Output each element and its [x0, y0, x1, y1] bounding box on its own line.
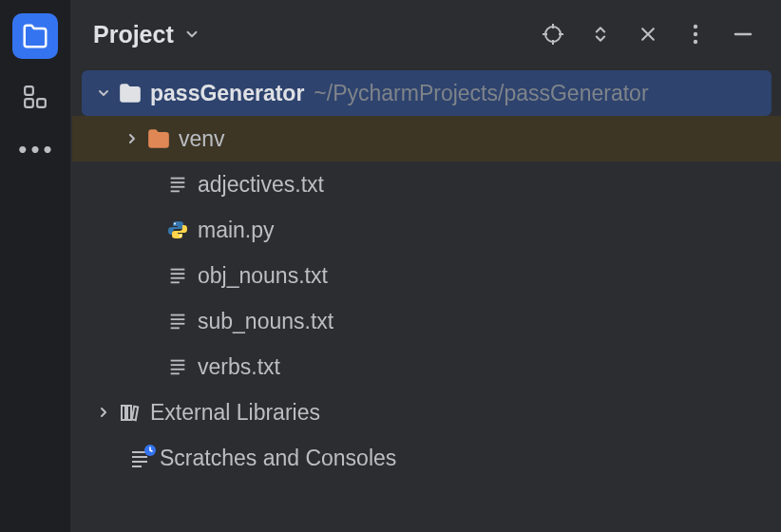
text-file-icon — [167, 311, 188, 332]
svg-point-10 — [694, 40, 697, 44]
svg-rect-1 — [25, 99, 33, 107]
svg-point-8 — [694, 25, 697, 28]
chevron-right-icon — [124, 131, 140, 146]
select-open-file-button[interactable] — [542, 23, 564, 46]
expand-arrow[interactable] — [124, 131, 141, 146]
tree-file[interactable]: obj_nouns.txt — [82, 253, 771, 298]
folder-label: venv — [179, 126, 225, 152]
tree-file[interactable]: sub_nouns.txt — [82, 298, 771, 344]
clock-badge-icon — [144, 445, 156, 456]
panel-title: Project — [93, 21, 174, 48]
folder-icon — [21, 22, 49, 50]
minimize-icon — [732, 23, 754, 46]
chevron-right-icon — [96, 405, 111, 420]
file-label: adjectives.txt — [198, 172, 324, 198]
tree-root-project[interactable]: passGenerator ~/PycharmProjects/passGene… — [82, 70, 771, 116]
svg-point-9 — [694, 32, 697, 36]
svg-rect-2 — [37, 99, 46, 107]
text-file-icon — [167, 356, 188, 377]
folder-icon — [118, 81, 143, 105]
structure-icon — [23, 85, 48, 109]
tree-folder-venv[interactable]: venv — [72, 116, 781, 162]
project-path: ~/PycharmProjects/passGenerator — [314, 81, 648, 106]
left-toolbar: ••• — [0, 0, 72, 532]
tree-file[interactable]: verbs.txt — [82, 344, 771, 390]
text-file-icon — [167, 174, 188, 195]
svg-point-16 — [174, 223, 176, 225]
svg-rect-30 — [122, 406, 125, 420]
svg-point-3 — [545, 27, 561, 42]
svg-rect-32 — [132, 407, 138, 420]
minimize-panel-button[interactable] — [732, 23, 754, 46]
folder-icon — [146, 126, 171, 151]
file-label: obj_nouns.txt — [198, 263, 328, 289]
tree-scratches[interactable]: Scratches and Consoles — [82, 435, 771, 481]
panel-options-button[interactable] — [684, 23, 707, 46]
expand-collapse-icon — [591, 23, 610, 46]
tree-external-libraries[interactable]: External Libraries — [82, 390, 771, 435]
ellipsis-icon: ••• — [18, 135, 55, 163]
project-name: passGenerator — [150, 81, 304, 106]
svg-point-17 — [180, 236, 181, 238]
kebab-icon — [693, 24, 698, 45]
structure-tool-button[interactable] — [22, 84, 48, 110]
text-file-icon — [167, 265, 188, 286]
file-label: sub_nouns.txt — [198, 309, 333, 334]
view-mode-dropdown[interactable] — [183, 26, 200, 43]
chevron-down-icon — [183, 26, 200, 43]
more-tools-button[interactable]: ••• — [14, 135, 55, 164]
expand-collapse-button[interactable] — [589, 23, 612, 46]
project-tree[interactable]: passGenerator ~/PycharmProjects/passGene… — [72, 68, 781, 481]
panel-actions — [542, 23, 760, 46]
close-icon — [638, 25, 657, 44]
collapse-arrow[interactable] — [95, 86, 112, 101]
hide-panel-button[interactable] — [637, 23, 659, 46]
project-tool-button[interactable] — [12, 13, 58, 59]
tree-file[interactable]: adjectives.txt — [82, 162, 771, 207]
expand-arrow[interactable] — [95, 405, 112, 420]
external-libraries-label: External Libraries — [150, 400, 320, 426]
svg-rect-31 — [127, 406, 131, 420]
file-label: main.py — [198, 218, 275, 243]
file-label: verbs.txt — [198, 354, 280, 380]
project-panel: Project — [72, 0, 781, 532]
chevron-down-icon — [96, 86, 111, 101]
scratches-label: Scratches and Consoles — [160, 446, 396, 471]
panel-header: Project — [72, 0, 781, 68]
python-icon — [166, 218, 189, 241]
target-icon — [542, 23, 564, 46]
svg-rect-0 — [25, 86, 33, 95]
library-icon — [119, 401, 142, 424]
tree-file[interactable]: main.py — [82, 207, 771, 253]
